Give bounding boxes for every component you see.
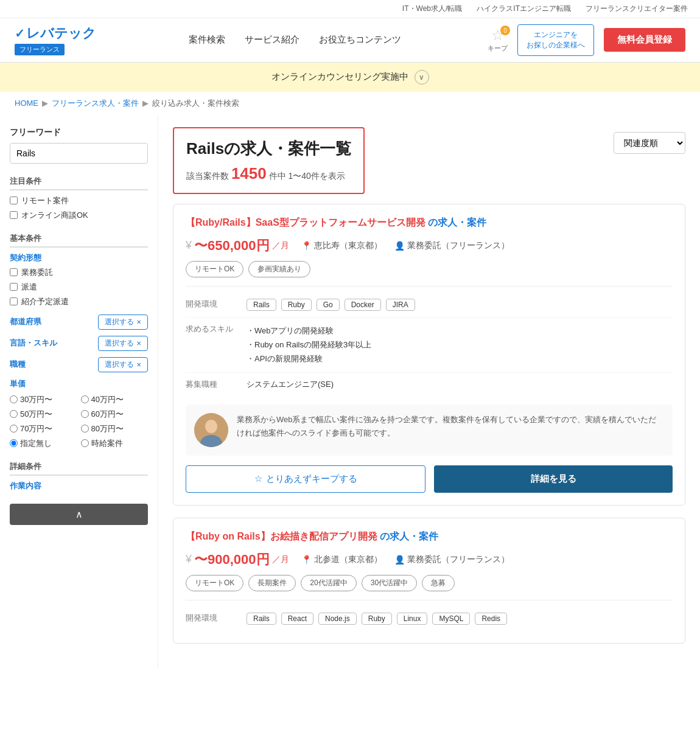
env-row-1: 開発環境 Rails React Node.js Ruby Linux MySQ… [186, 607, 673, 631]
env-tags-0: Rails Ruby Go Docker JIRA [247, 299, 415, 311]
tag-1-4: 急募 [422, 575, 455, 591]
online-checkbox[interactable] [10, 211, 18, 219]
top-link-creator[interactable]: フリーランスクリエイター案件 [586, 4, 688, 14]
yen-icon-1: ¥ [186, 553, 192, 566]
jobtype-label: 職種 [10, 359, 26, 370]
logo-name: レバテック [26, 24, 96, 43]
job-actions-0: ☆ とりあえずキープする 詳細を見る [186, 465, 673, 493]
salary-section: 単価 30万円〜 40万円〜 50万円〜 [10, 378, 148, 449]
breadcrumb-sep2: ▶ [142, 99, 149, 108]
result-text: 該当案件数 [186, 171, 229, 181]
chevron-down-icon[interactable]: ∨ [415, 70, 429, 85]
engineer-button[interactable]: エンジニアをお探しの企業様へ [517, 24, 594, 56]
env-label-1: 開発環境 [186, 613, 247, 624]
env-tag-1-2: Node.js [318, 613, 357, 625]
salary-radio-1[interactable]: 40万円〜 [81, 394, 149, 405]
job-title-highlight-0: 【Ruby/Rails】SaaS型プラットフォームサービス開発 [186, 217, 425, 228]
breadcrumb-home[interactable]: HOME [15, 99, 38, 108]
job-salary-0: ¥ 〜650,000円 ／月 [186, 237, 289, 255]
result-title: Railsの求人・案件一覧 [186, 138, 351, 159]
keep-action-button-0[interactable]: ☆ とりあえずキープする [186, 465, 425, 493]
keep-badge: 0 [500, 26, 510, 35]
salary-rb-1[interactable] [81, 395, 89, 403]
salary-radio-6[interactable]: 指定無し [10, 438, 77, 449]
sort-select[interactable]: 関連度順 新着順 単価順 [614, 132, 685, 154]
salary-rb-3[interactable] [81, 410, 89, 418]
nav-service[interactable]: サービス紹介 [245, 34, 299, 46]
yen-icon-0: ¥ [186, 239, 192, 252]
star-keep-icon: ☆ [254, 473, 262, 484]
nav-content[interactable]: お役立ちコンテンツ [319, 34, 401, 46]
salary-label: 単価 [10, 378, 148, 389]
job-salary-1: ¥ 〜900,000円 ／月 [186, 551, 289, 569]
salary-rb-6[interactable] [10, 439, 18, 447]
work-content-row: 作業内容 [10, 481, 148, 492]
attention-section: 注目条件 リモート案件 オンライン商談OK [10, 173, 148, 221]
salary-value-0: 〜650,000円 [194, 237, 270, 255]
tag-1-2: 20代活躍中 [301, 575, 356, 591]
contract-checkbox-0[interactable]: 業務委託 [10, 267, 148, 278]
salary-radio-5[interactable]: 80万円〜 [81, 423, 149, 434]
job-type-1: 👤 業務委託（フリーランス） [394, 554, 509, 565]
pref-label: 都道府県 [10, 316, 41, 327]
search-input[interactable] [10, 143, 148, 164]
salary-rb-5[interactable] [81, 425, 89, 433]
salary-radio-2[interactable]: 50万円〜 [10, 409, 77, 420]
top-link-highclass[interactable]: ハイクラスITエンジニア転職 [477, 4, 571, 14]
scroll-up-button[interactable]: ∧ [10, 504, 148, 525]
register-button[interactable]: 無料会員登録 [604, 28, 685, 52]
salary-radio-4[interactable]: 70万円〜 [10, 423, 77, 434]
remote-checkbox-row[interactable]: リモート案件 [10, 195, 148, 206]
salary-radio-0[interactable]: 30万円〜 [10, 394, 77, 405]
close-icon: ✕ [136, 319, 141, 325]
logo-check-icon: ✓ [15, 26, 25, 41]
jobtype-section: 職種 選択する ✕ [10, 357, 148, 372]
nav-search[interactable]: 案件検索 [189, 34, 225, 46]
job-title-suffix-0: の求人・案件 [428, 217, 486, 228]
close-icon2: ✕ [136, 340, 141, 347]
top-link-it[interactable]: IT・Web求人/転職 [402, 4, 462, 14]
env-tag-1-0: Rails [247, 613, 276, 625]
breadcrumb-freelance[interactable]: フリーランス求人・案件 [52, 98, 139, 109]
detail-section: 詳細条件 作業内容 [10, 459, 148, 492]
skill-item-1: ・Ruby on Railsの開発経験3年以上 [247, 338, 371, 352]
salary-radio-7[interactable]: 時給案件 [81, 438, 149, 449]
tag-1-1: 長期案件 [248, 575, 296, 591]
breadcrumb: HOME ▶ フリーランス求人・案件 ▶ 絞り込み求人・案件検索 [0, 92, 700, 115]
skill-section: 言語・スキル 選択する ✕ [10, 336, 148, 351]
salary-radio-3[interactable]: 60万円〜 [81, 409, 149, 420]
jobtype-select-button[interactable]: 選択する ✕ [98, 357, 148, 372]
contract-cb-0[interactable] [10, 268, 18, 276]
salary-rb-7[interactable] [81, 439, 89, 447]
pref-select-button[interactable]: 選択する ✕ [98, 315, 148, 330]
contract-checkbox-1[interactable]: 派遣 [10, 282, 148, 293]
detail-button-0[interactable]: 詳細を見る [434, 465, 673, 493]
skill-select-button[interactable]: 選択する ✕ [98, 336, 148, 351]
skills-label-0: 求めるスキル [186, 324, 247, 335]
contract-cb-1[interactable] [10, 283, 18, 291]
job-details-1: 開発環境 Rails React Node.js Ruby Linux MySQ… [186, 600, 673, 631]
salary-rb-0[interactable] [10, 395, 18, 403]
env-tag-1-4: Linux [397, 613, 428, 625]
result-box: Railsの求人・案件一覧 該当案件数 1450 件中 1〜40件を表示 [173, 127, 365, 194]
svg-point-1 [205, 420, 217, 433]
logo-sub: フリーランス [15, 44, 65, 55]
person-icon-0: 👤 [394, 241, 405, 251]
job-title-highlight-1: 【Ruby on Rails】お絵描き配信アプリ開発 [186, 531, 377, 541]
company-info-0: 業務系からWeb系まで幅広い案件に強みを持つ企業です。複数案件を保有している企業… [186, 405, 673, 456]
contract-cb-2[interactable] [10, 297, 18, 305]
skills-value-0: ・Webアプリの開発経験 ・Ruby on Railsの開発経験3年以上 ・AP… [247, 324, 371, 366]
remote-checkbox[interactable] [10, 196, 18, 204]
keep-button[interactable]: ☆ 0 キープ [488, 27, 508, 53]
job-location-1: 📍 北参道（東京都） [301, 554, 382, 565]
salary-unit-1: ／月 [272, 554, 289, 565]
env-label-0: 開発環境 [186, 299, 247, 310]
salary-rb-4[interactable] [10, 425, 18, 433]
location-text-1: 北参道（東京都） [314, 554, 382, 565]
env-tag-0-1: Ruby [281, 299, 312, 311]
contract-checkbox-2[interactable]: 紹介予定派遣 [10, 296, 148, 307]
online-checkbox-row[interactable]: オンライン商談OK [10, 210, 148, 221]
location-icon-0: 📍 [301, 241, 312, 251]
basic-section: 基本条件 契約形態 業務委託 派遣 紹介予定派遣 都道府県 [10, 231, 148, 449]
salary-rb-2[interactable] [10, 410, 18, 418]
